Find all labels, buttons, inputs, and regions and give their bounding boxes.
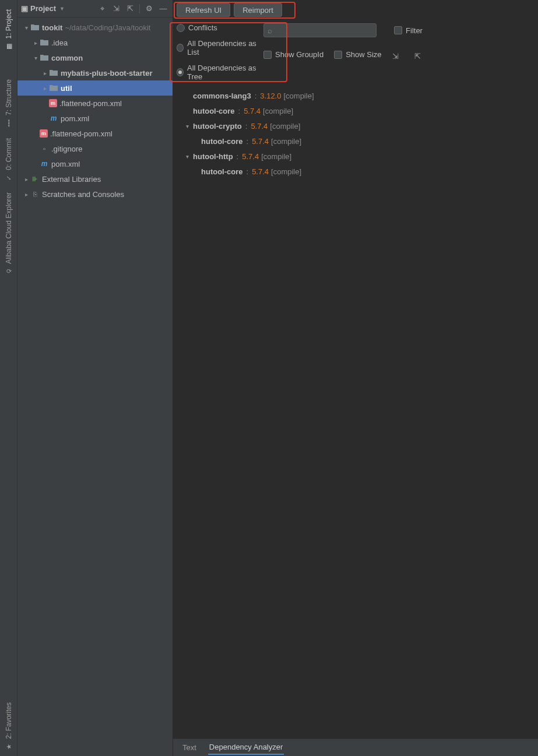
rail-tab-structure[interactable]: ┇ 7: Structure — [3, 73, 15, 132]
tree-label: .idea — [51, 38, 68, 47]
chevron-icon[interactable]: ▸ — [22, 191, 30, 198]
button-label: Refresh UI — [185, 6, 221, 15]
rail-tab-project[interactable]: ▦ 1: Project — [3, 3, 15, 56]
tree-row[interactable]: ▸⎘Scratches and Consoles — [17, 187, 173, 202]
folder-icon — [30, 23, 40, 32]
show-size-checkbox[interactable]: Show Size — [334, 50, 381, 59]
expand-all-icon[interactable]: ⇲ — [390, 50, 402, 62]
tree-label: common — [51, 54, 83, 62]
chevron-icon[interactable]: ▾ — [184, 123, 191, 129]
folder-icon — [49, 83, 58, 93]
dependency-row[interactable]: ▸hutool-core : 5.7.4 [compile] — [181, 103, 535, 118]
radio-icon — [177, 24, 185, 32]
tree-row[interactable]: ▸▫.gitignore — [17, 141, 173, 156]
dep-scope: [compile] — [271, 167, 301, 176]
expand-all-icon[interactable]: ⇲ — [110, 3, 122, 15]
structure-icon: ┇ — [5, 118, 13, 126]
tree-row[interactable]: ▸.idea — [17, 35, 173, 50]
project-view-label: Project — [30, 4, 56, 13]
dep-version: 5.7.4 — [252, 137, 269, 146]
rail-tab-commit[interactable]: ✓ 0: Commit — [3, 132, 15, 187]
separator: : — [255, 92, 257, 100]
dependency-row[interactable]: ▸commons-lang3 : 3.12.0 [compile] — [181, 88, 535, 103]
view-mode-radios: Conflicts All Dependencies as List All D… — [175, 20, 259, 85]
chevron-icon[interactable]: ▾ — [22, 24, 30, 31]
filter-checkbox[interactable]: Filter — [394, 26, 423, 35]
maven-icon: m — [49, 99, 57, 107]
chevron-icon[interactable]: ▾ — [184, 153, 191, 160]
pom-icon: m — [40, 159, 49, 168]
tree-label: External Libraries — [42, 175, 101, 184]
rail-tab-favorites[interactable]: ★ 2: Favorites — [3, 697, 15, 756]
tree-row[interactable]: ▸mybatis-plus-boot-starter — [17, 65, 173, 80]
folder-icon — [40, 38, 49, 47]
tree-row[interactable]: ▸mpom.xml — [17, 156, 173, 171]
dependency-row[interactable]: ▸hutool-core : 5.7.4 [compile] — [181, 133, 535, 149]
collapse-all-icon[interactable]: ⇱ — [412, 50, 424, 62]
tree-row[interactable]: ▸m.flattened-pom.xml — [17, 126, 173, 141]
dep-name: hutool-core — [201, 137, 243, 146]
tree-row[interactable]: ▸m.flattened-pom.xml — [17, 96, 173, 111]
chevron-down-icon: ▼ — [59, 6, 65, 12]
dep-version: 5.7.4 — [251, 122, 268, 131]
show-groupid-checkbox[interactable]: Show GroupId — [263, 50, 323, 59]
separator — [139, 4, 140, 13]
radio-deps-tree[interactable]: All Dependencies as Tree — [177, 64, 259, 81]
dep-name: hutool-crypto — [193, 122, 242, 131]
tree-label: pom.xml — [51, 160, 80, 168]
cloud-icon: ⟳ — [5, 267, 13, 275]
dependency-row[interactable]: ▾hutool-crypto : 5.7.4 [compile] — [181, 118, 535, 133]
radio-deps-list[interactable]: All Dependencies as List — [177, 39, 259, 57]
tree-row[interactable]: ▾tookit~/data/Coding/Java/tookit — [17, 20, 173, 35]
editor-main: Refresh UI Reimport Conflicts All Depend… — [173, 0, 538, 756]
dependency-row[interactable]: ▾hutool-http : 5.7.4 [compile] — [181, 149, 535, 164]
editor-bottom-tabs: Text Dependency Analyzer — [173, 739, 538, 756]
rail-tab-alibaba[interactable]: ⟳ Alibaba Cloud Explorer — [3, 187, 15, 281]
separator: : — [237, 152, 239, 161]
search-icon: ⌕ — [268, 26, 272, 35]
dep-scope: [compile] — [283, 92, 314, 100]
project-header: ▣ Project ▼ ⌖ ⇲ ⇱ ⚙ — — [17, 0, 173, 17]
tab-label: Dependency Analyzer — [209, 743, 283, 751]
hide-icon[interactable]: — — [157, 3, 169, 15]
maven-toolbar: Refresh UI Reimport — [173, 0, 538, 20]
reimport-button[interactable]: Reimport — [234, 3, 282, 17]
radio-label: Conflicts — [188, 23, 217, 32]
collapse-all-icon[interactable]: ⇱ — [124, 3, 136, 15]
rail-tab-label: 0: Commit — [5, 138, 13, 170]
project-view-selector[interactable]: ▣ Project ▼ — [21, 4, 65, 13]
refresh-ui-button[interactable]: Refresh UI — [177, 3, 230, 17]
chevron-icon[interactable]: ▸ — [22, 176, 30, 182]
project-tree[interactable]: ▾tookit~/data/Coding/Java/tookit▸.idea▾c… — [17, 17, 173, 756]
tree-row[interactable]: ▸mpom.xml — [17, 111, 173, 126]
chevron-icon[interactable]: ▸ — [41, 70, 49, 76]
project-tool-window: ▣ Project ▼ ⌖ ⇲ ⇱ ⚙ — ▾tookit~/data/Codi… — [17, 0, 173, 756]
chevron-icon[interactable]: ▸ — [41, 85, 49, 92]
dependency-row[interactable]: ▸hutool-core : 5.7.4 [compile] — [181, 164, 535, 179]
dep-controls: ⌕ Filter Show GroupId Show Size ⇲ — [263, 20, 538, 62]
scratch-icon: ⎘ — [30, 189, 40, 199]
radio-icon — [177, 68, 184, 76]
tab-text[interactable]: Text — [181, 741, 198, 754]
radio-label: All Dependencies as List — [187, 39, 259, 57]
tab-dependency-analyzer[interactable]: Dependency Analyzer — [208, 740, 284, 755]
chevron-icon[interactable]: ▸ — [31, 40, 40, 46]
gear-icon[interactable]: ⚙ — [143, 3, 155, 15]
chevron-icon[interactable]: ▾ — [31, 55, 40, 61]
dep-version: 5.7.4 — [242, 152, 259, 161]
dependency-tree[interactable]: ▸commons-lang3 : 3.12.0 [compile]▸hutool… — [173, 85, 538, 179]
tree-row[interactable]: ▾common — [17, 50, 173, 65]
checkbox-icon — [334, 51, 342, 59]
dep-scope: [compile] — [270, 122, 300, 131]
dep-scope: [compile] — [263, 107, 293, 115]
checkbox-icon — [263, 51, 272, 59]
dep-scope: [compile] — [271, 137, 301, 146]
pom-icon: m — [49, 114, 58, 123]
separator: : — [245, 122, 248, 131]
radio-conflicts[interactable]: Conflicts — [177, 23, 259, 32]
tree-row[interactable]: ▸util — [17, 80, 173, 96]
search-input[interactable]: ⌕ — [263, 23, 377, 37]
tree-row[interactable]: ▸⊪External Libraries — [17, 171, 173, 187]
locate-icon[interactable]: ⌖ — [96, 3, 108, 15]
folder-icon — [49, 68, 58, 78]
